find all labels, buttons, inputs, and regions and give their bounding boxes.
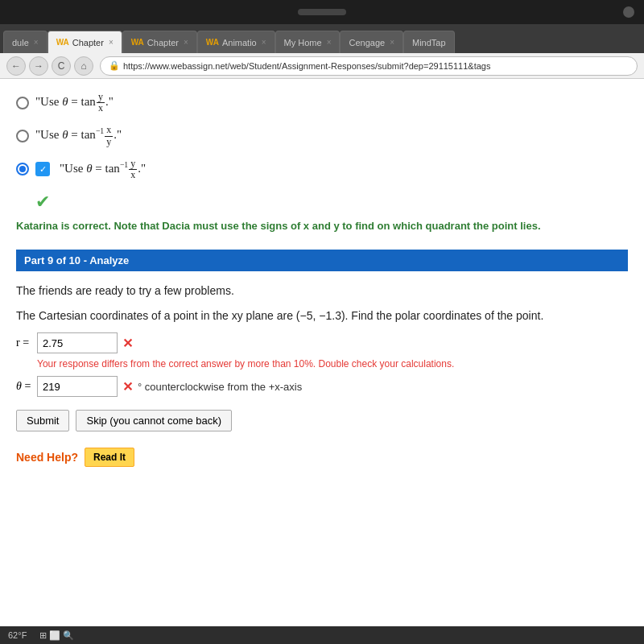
tab-animation[interactable]: WA Animatio × [197,31,275,53]
tab-chapter1-label: Chapter [72,38,104,47]
address-bar: ← → C ⌂ 🔒 https://www.webassign.net/web/… [0,53,644,79]
tab-chapter1[interactable]: WA Chapter × [47,31,122,53]
problem-statement: The Cartesian coordinates of a point in … [16,308,628,324]
temperature-display: 62°F [8,630,27,640]
button-row: Submit Skip (you cannot come back) [16,410,628,431]
page-content: "Use θ = tanyx." "Use θ = tan−1xy." ✓ "U… [0,79,644,638]
need-help-label: Need Help? [16,451,78,464]
r-input-row: r = ✕ [16,332,628,353]
url-text: https://www.webassign.net/web/Student/As… [123,61,490,71]
status-bar: 62°F ⊞ ⬜ 🔍 [0,626,644,644]
tab-animation-label: Animatio [222,38,257,47]
r-error-icon: ✕ [122,336,133,351]
theta-input[interactable] [37,376,118,397]
tab-mindtap-label: MindTap [412,38,446,47]
tab-bar: dule × WA Chapter × WA Chapter × WA Anim… [0,24,644,53]
tab-myhome[interactable]: My Home × [275,31,341,53]
tab-chapter2[interactable]: WA Chapter × [122,31,197,53]
refresh-button[interactable]: C [52,56,71,76]
tab-animation-icon: WA [206,38,219,47]
tab-module-label: dule [12,38,29,47]
tab-chapter2-label: Chapter [147,38,179,47]
tab-mindtap[interactable]: MindTap [403,31,455,53]
correct-indicator-icon: ✓ [35,162,50,176]
nav-buttons: ← → C ⌂ [6,56,93,76]
radio-option-3[interactable]: ✓ "Use θ = tan−1yx." [16,159,628,180]
radio-btn-1[interactable] [16,97,29,109]
theta-label: θ = [16,380,32,393]
taskbar-icons: ⊞ ⬜ 🔍 [39,630,74,641]
radio-group: "Use θ = tanyx." "Use θ = tan−1xy." ✓ "U… [16,92,628,180]
submit-button[interactable]: Submit [16,410,69,431]
theta-input-row: θ = ✕ ° counterclockwise from the +x-axi… [16,376,628,397]
r-label: r = [16,336,32,349]
radio-option-1[interactable]: "Use θ = tanyx." [16,92,628,114]
problem-intro: The friends are ready to try a few probl… [16,283,628,299]
part-header: Part 9 of 10 - Analyze [16,250,628,271]
refresh-icon: C [58,60,65,72]
tab-chapter2-icon: WA [131,38,144,47]
large-checkmark: ✔ [35,192,628,213]
radio-option-3-text: "Use θ = tan−1yx." [60,159,146,180]
tab-chapter1-icon: WA [56,38,69,47]
tab-cengage-label: Cengage [349,38,385,47]
radio-option-2[interactable]: "Use θ = tan−1xy." [16,125,628,147]
home-button[interactable]: ⌂ [74,56,93,76]
tab-myhome-label: My Home [284,38,322,47]
need-help-section: Need Help? Read It [16,448,628,467]
back-button[interactable]: ← [6,56,26,76]
read-it-button[interactable]: Read It [85,448,134,467]
forward-button[interactable]: → [29,56,48,76]
radio-option-2-text: "Use θ = tan−1xy." [35,125,122,147]
browser-top-bar [0,0,644,24]
skip-button[interactable]: Skip (you cannot come back) [76,410,232,431]
theta-unit: ° counterclockwise from the +x-axis [138,381,302,393]
tab-module[interactable]: dule × [3,31,47,53]
lock-icon: 🔒 [109,60,120,71]
tab-cengage[interactable]: Cengage × [340,31,403,53]
r-error-message: Your response differs from the correct a… [37,358,628,369]
radio-option-1-text: "Use θ = tanyx." [35,92,114,114]
url-bar[interactable]: 🔒 https://www.webassign.net/web/Student/… [100,56,638,76]
back-icon: ← [11,60,21,72]
radio-btn-3[interactable] [16,163,29,175]
r-input[interactable] [37,332,118,353]
radio-btn-2[interactable] [16,130,29,142]
theta-error-icon: ✕ [122,379,133,394]
forward-icon: → [34,60,43,72]
correct-message: Katarina is correct. Note that Dacia mus… [16,219,628,233]
home-icon: ⌂ [80,60,86,72]
